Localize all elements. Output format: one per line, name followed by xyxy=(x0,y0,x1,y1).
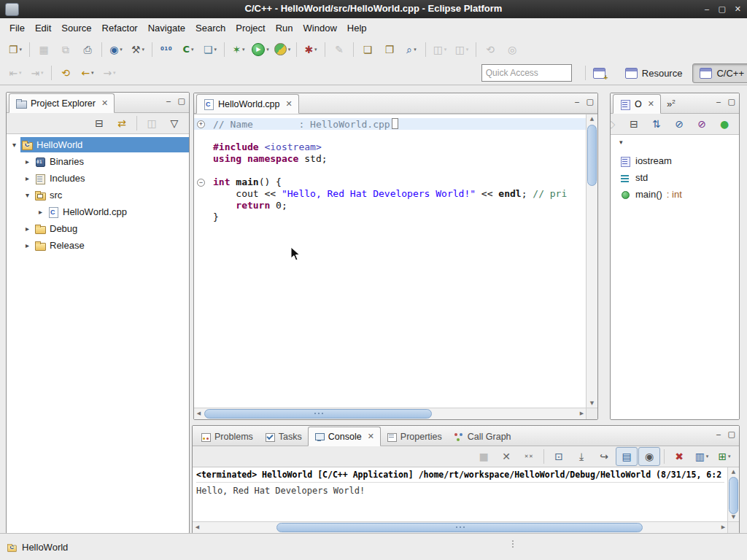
show-console-on-output-button[interactable]: ▤ xyxy=(616,447,638,466)
remove-all-launches-button[interactable]: ✕✕ xyxy=(518,447,540,466)
open-perspective-button[interactable] xyxy=(589,63,611,82)
new-source-file-button[interactable]: ❏▾ xyxy=(199,40,221,59)
display-selected-console-button[interactable]: ▥▾ xyxy=(691,447,713,466)
code-area[interactable]: +// Name : HelloWorld.cpp#include <iostr… xyxy=(194,114,587,408)
fold-expand-icon[interactable]: + xyxy=(197,120,205,128)
remove-all-terminated-button[interactable]: ✖ xyxy=(668,447,690,466)
menu-navigate[interactable]: Navigate xyxy=(143,20,190,36)
tree-item-includes[interactable]: ▸Includes xyxy=(7,170,189,187)
minimize-button[interactable]: ‒ xyxy=(704,5,709,13)
menu-window[interactable]: Window xyxy=(298,20,342,36)
minimize-button[interactable]: ‒ xyxy=(166,97,171,105)
back-button[interactable]: ←▾ xyxy=(77,63,98,82)
tree-item-release[interactable]: ▸Release xyxy=(7,237,189,254)
view-menu-icon[interactable]: ▾ xyxy=(619,139,623,146)
scroll-left-icon[interactable]: ◀ xyxy=(194,408,204,419)
tab-tasks[interactable]: Tasks xyxy=(259,427,308,446)
scroll-up-icon[interactable]: ▲ xyxy=(587,114,597,124)
console-vertical-scrollbar[interactable]: ▲ ▼ xyxy=(727,467,739,522)
menu-help[interactable]: Help xyxy=(342,20,372,36)
expand-arrow-icon[interactable]: ▸ xyxy=(21,158,34,166)
tree-item-helloworld-cpp[interactable]: ▸HelloWorld.cpp xyxy=(7,203,189,220)
remove-launch-button[interactable]: ✕ xyxy=(495,447,517,466)
tab-console[interactable]: Console✕ xyxy=(308,427,381,446)
pin-console-button[interactable]: ◉ xyxy=(638,447,660,466)
scrollbar-thumb[interactable] xyxy=(276,523,643,532)
open-resource-button[interactable]: ❐ xyxy=(379,40,400,59)
new-cpp-project-button[interactable]: ◉▾ xyxy=(105,40,127,59)
scroll-up-icon[interactable]: ▲ xyxy=(728,467,739,477)
expand-arrow-icon[interactable]: ▸ xyxy=(21,241,34,249)
open-console-button[interactable]: ⊞▾ xyxy=(713,447,735,466)
outline-item-iostream[interactable]: iostream xyxy=(611,152,739,169)
fold-collapse-icon[interactable]: − xyxy=(197,179,205,187)
minimize-button[interactable]: ‒ xyxy=(716,98,721,106)
word-wrap-button[interactable]: ↪ xyxy=(593,447,615,466)
hide-non-public-members-button[interactable]: ● xyxy=(713,114,735,133)
editor-vertical-scrollbar[interactable]: ▲ ▼ xyxy=(586,114,597,408)
perspective-cpp-button[interactable]: C/C++ xyxy=(692,63,747,83)
external-tools-button[interactable]: ✱▾ xyxy=(300,40,322,59)
editor-horizontal-scrollbar[interactable]: ◀ ▶ xyxy=(194,408,587,419)
hide-static-members-button[interactable]: ⊘ xyxy=(691,114,713,133)
outline-item-main[interactable]: main() : int xyxy=(611,186,739,203)
sort-button[interactable]: ⇅ xyxy=(646,114,667,133)
scroll-left-icon[interactable]: ◀ xyxy=(193,522,202,533)
run-button[interactable]: ▶▾ xyxy=(249,40,271,59)
collapse-all-button[interactable]: ⊟ xyxy=(88,114,110,133)
console-horizontal-scrollbar[interactable]: ◀ ▶ xyxy=(193,521,728,533)
console-text-area[interactable]: <terminated> HelloWorld [C/C++ Applicati… xyxy=(193,467,728,522)
menu-search[interactable]: Search xyxy=(190,20,231,36)
debug-binary-button[interactable]: 010 xyxy=(155,40,177,59)
collapse-arrow-icon[interactable]: ▾ xyxy=(21,191,34,199)
collapse-all-button[interactable]: ⊟ xyxy=(623,114,645,133)
tab-problems[interactable]: Problems xyxy=(195,427,259,446)
close-icon[interactable]: ✕ xyxy=(101,98,108,108)
debug-button[interactable]: ✶▾ xyxy=(228,40,249,59)
view-overflow-button[interactable]: »2 xyxy=(667,95,676,113)
profile-button[interactable]: ▾ xyxy=(271,40,293,59)
scroll-lock-button[interactable]: ⤓ xyxy=(570,447,592,466)
new-button[interactable]: ❐▾ xyxy=(4,40,26,59)
close-icon[interactable]: ✕ xyxy=(648,99,654,109)
quick-access-input[interactable] xyxy=(481,64,572,82)
menu-edit[interactable]: Edit xyxy=(30,20,56,36)
menu-project[interactable]: Project xyxy=(231,20,270,36)
collapse-arrow-icon[interactable]: ▾ xyxy=(8,141,20,149)
hide-fields-button[interactable]: ⊘ xyxy=(668,114,690,133)
print-button[interactable]: ⎙ xyxy=(77,40,98,59)
view-menu-button[interactable]: ▽ xyxy=(163,114,185,133)
scrollbar-thumb[interactable] xyxy=(204,409,432,419)
menu-run[interactable]: Run xyxy=(271,20,298,36)
editor-tab[interactable]: HelloWorld.cpp ✕ xyxy=(196,94,299,114)
maximize-button[interactable]: ▢ xyxy=(728,98,735,106)
new-class-button[interactable]: C▾ xyxy=(177,40,199,59)
outline-item-std[interactable]: std xyxy=(611,169,739,186)
menu-refactor[interactable]: Refactor xyxy=(97,20,143,36)
scrollbar-thumb[interactable] xyxy=(729,477,738,514)
close-icon[interactable]: ✕ xyxy=(368,432,374,441)
search-button[interactable]: ⌕▾ xyxy=(400,40,422,59)
build-button[interactable]: ⚒▾ xyxy=(127,40,149,59)
tab-properties[interactable]: Properties xyxy=(381,427,448,446)
minimize-button[interactable]: ‒ xyxy=(575,98,580,106)
tree-item-helloworld[interactable]: ▾HelloWorld xyxy=(7,136,189,153)
expand-arrow-icon[interactable]: ▸ xyxy=(21,174,34,182)
maximize-button[interactable]: ▢ xyxy=(728,430,735,438)
clear-console-button[interactable]: ⊡ xyxy=(548,447,570,466)
open-type-button[interactable]: ❏ xyxy=(357,40,379,59)
tree-item-src[interactable]: ▾src xyxy=(7,187,189,203)
minimize-button[interactable]: ‒ xyxy=(716,430,721,438)
statusbar-grip[interactable] xyxy=(512,540,514,542)
expand-arrow-icon[interactable]: ▸ xyxy=(34,208,47,216)
close-icon[interactable]: ✕ xyxy=(286,99,293,109)
project-explorer-tab[interactable]: Project Explorer ✕ xyxy=(9,93,115,113)
tree-item-debug[interactable]: ▸Debug xyxy=(7,220,189,237)
maximize-button[interactable]: ▢ xyxy=(718,5,725,13)
tree-item-binaries[interactable]: ▸Binaries xyxy=(7,153,189,170)
tab-call-graph[interactable]: Call Graph xyxy=(448,427,517,446)
expand-arrow-icon[interactable]: ▸ xyxy=(21,225,34,233)
menu-file[interactable]: File xyxy=(4,20,30,36)
outline-tab[interactable]: O ✕ xyxy=(613,94,661,114)
maximize-button[interactable]: ▢ xyxy=(587,98,594,106)
